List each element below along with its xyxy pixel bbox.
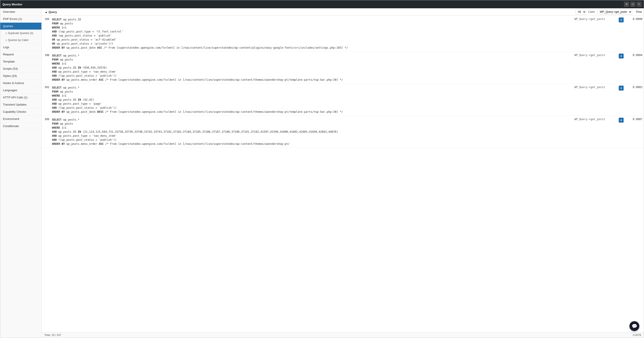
last-time: 0.0078 — [633, 333, 641, 337]
sidebar-item-label: Duplicate Queries (3) — [8, 32, 33, 35]
sidebar-item-scripts-53[interactable]: Scripts (53) — [0, 65, 42, 72]
sidebar-item-styles-33[interactable]: Styles (33) — [0, 72, 42, 80]
table-toolbar: ▲ Query All Caller WP_Query->get_posts T… — [42, 8, 644, 16]
sidebar-item-label: Queries by Caller — [8, 39, 29, 42]
time-col-label: Time — [636, 10, 642, 14]
expand-button[interactable]: + — [619, 86, 624, 91]
app-title: Query Monitor — [2, 3, 22, 6]
sort-arrow-icon: ▲ — [45, 10, 48, 14]
sidebar-item-environment[interactable]: Environment — [0, 115, 42, 123]
row-time: 0.0003 — [626, 84, 644, 116]
row-expand[interactable]: + — [618, 16, 626, 52]
row-number: 194 — [42, 16, 50, 52]
sidebar-item-request[interactable]: Request — [0, 51, 42, 58]
row-time: 0.0007 — [626, 116, 644, 148]
sidebar-item-label: Hooks & Actions — [3, 81, 24, 85]
sidebar-item-queries-by-caller[interactable]: L Queries by Caller — [0, 37, 42, 44]
sidebar-item-label: Transient Updates — [3, 103, 27, 106]
filter-select[interactable]: All — [576, 9, 586, 15]
sub-arrow-icon: L — [6, 39, 7, 42]
sidebar-item-duplicate-queries-3[interactable]: L Duplicate Queries (3) — [0, 30, 42, 37]
sidebar-item-http-api-calls-1[interactable]: HTTP API Calls (1) — [0, 94, 42, 101]
sidebar-item-label: Template — [3, 60, 15, 63]
sidebar-item-overview[interactable]: Overview — [0, 8, 42, 16]
table-row: 201SELECT wp_posts.* FROM wp_posts WHERE… — [42, 84, 644, 116]
sidebar-item-label: Environment — [3, 117, 19, 121]
row-number: 201 — [42, 84, 50, 116]
sidebar-item-label: Styles (33) — [3, 74, 17, 78]
queries-table-wrapper: 194SELECT wp_posts.ID FROM wp_posts WHER… — [42, 16, 644, 332]
row-caller: WP_Query->get_posts — [573, 116, 618, 148]
table-row: 199SELECT wp_posts.* FROM wp_posts WHERE… — [42, 52, 644, 84]
query-col-label: Query — [48, 10, 57, 14]
row-number: 205 — [42, 116, 50, 148]
sidebar-item-php-errors-1[interactable]: PHP Errors (1) — [0, 16, 42, 23]
settings-icon[interactable]: ⚙ — [624, 2, 629, 7]
close-icon[interactable]: ✕ — [636, 2, 642, 7]
main-content: ▲ Query All Caller WP_Query->get_posts T… — [42, 8, 644, 338]
sub-arrow-icon: L — [6, 32, 7, 35]
table-row: 205SELECT wp_posts.* FROM wp_posts WHERE… — [42, 116, 644, 148]
sidebar-item-conditionals[interactable]: Conditionals — [0, 123, 42, 130]
sidebar-item-logs[interactable]: Logs — [0, 44, 42, 51]
sidebar-item-hooks-&-actions[interactable]: Hooks & Actions — [0, 80, 42, 87]
sidebar-item-capability-checks[interactable]: Capability Checks — [0, 108, 42, 115]
sidebar-item-queries[interactable]: Queries — [0, 23, 42, 30]
row-query: SELECT wp_posts.* FROM wp_posts WHERE 1=… — [50, 84, 573, 116]
row-number: 199 — [42, 52, 50, 84]
row-expand[interactable]: + — [618, 116, 626, 148]
sidebar-item-label: Capability Checks — [3, 110, 26, 113]
chat-bubble[interactable]: 💬 — [630, 321, 639, 331]
expand-button[interactable]: + — [619, 18, 624, 23]
sidebar-item-label: Scripts (53) — [3, 67, 18, 70]
row-caller: WP_Query->get_posts — [573, 84, 618, 116]
header-icons: ⚙ ⊡ ✕ — [624, 2, 642, 7]
sidebar-item-label: PHP Errors (1) — [3, 17, 22, 21]
sidebar-item-label: Overview — [3, 10, 15, 14]
row-expand[interactable]: + — [618, 84, 626, 116]
row-query: SELECT wp_posts.ID FROM wp_posts WHERE 1… — [50, 16, 573, 52]
expand-button[interactable]: + — [619, 54, 624, 59]
total-count: Total: 16 / 247 — [44, 333, 61, 337]
resize-icon[interactable]: ⊡ — [630, 2, 635, 7]
sidebar-item-template[interactable]: Template — [0, 58, 42, 65]
table-footer: Total: 16 / 247 0.0078 — [42, 332, 644, 338]
chat-icon: 💬 — [632, 323, 637, 329]
sidebar-item-transient-updates[interactable]: Transient Updates — [0, 101, 42, 108]
table-row: 194SELECT wp_posts.ID FROM wp_posts WHER… — [42, 16, 644, 52]
row-expand[interactable]: + — [618, 52, 626, 84]
expand-button[interactable]: + — [619, 118, 624, 123]
query-sort-button[interactable]: ▲ Query — [44, 10, 58, 15]
row-caller: WP_Query->get_posts — [573, 16, 618, 52]
caller-filter-select[interactable]: WP_Query->get_posts — [597, 9, 632, 15]
row-time: 0.0004 — [626, 52, 644, 84]
row-query: SELECT wp_posts.* FROM wp_posts WHERE 1=… — [50, 116, 573, 148]
queries-table: 194SELECT wp_posts.ID FROM wp_posts WHER… — [42, 16, 644, 148]
sidebar-item-label: Logs — [3, 46, 9, 49]
caller-label: Caller — [588, 10, 595, 14]
sidebar-item-label: HTTP API Calls (1) — [3, 96, 28, 99]
query-monitor-header: Query Monitor ⚙ ⊡ ✕ — [0, 0, 644, 8]
sidebar-item-label: Languages — [3, 89, 17, 92]
sidebar-item-languages[interactable]: Languages — [0, 87, 42, 94]
sidebar-item-label: Conditionals — [3, 124, 19, 128]
sidebar: OverviewPHP Errors (1)QueriesL Duplicate… — [0, 8, 42, 338]
row-caller: WP_Query->get_posts — [573, 52, 618, 84]
row-query: SELECT wp_posts.* FROM wp_posts WHERE 1=… — [50, 52, 573, 84]
row-time: 0.0000 — [626, 16, 644, 52]
sidebar-item-label: Queries — [3, 25, 13, 28]
sidebar-item-label: Request — [3, 53, 14, 56]
